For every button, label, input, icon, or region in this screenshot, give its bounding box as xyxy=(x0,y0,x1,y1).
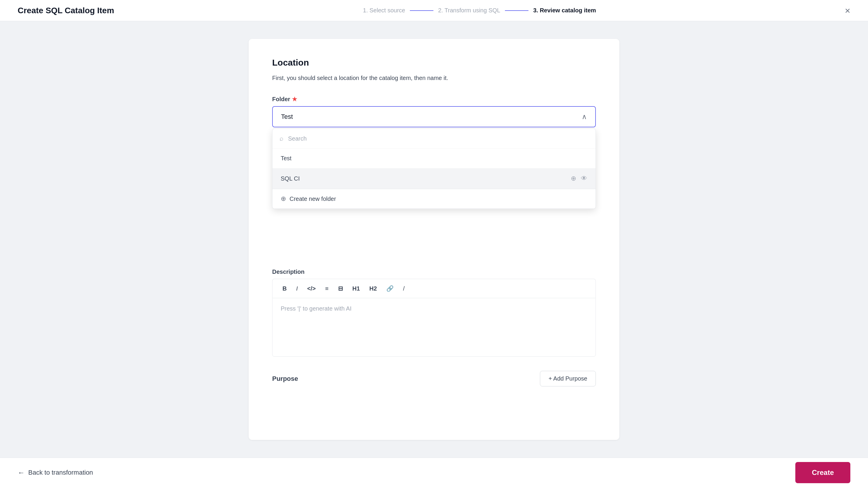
folder-select-trigger[interactable]: Test ∧ xyxy=(272,106,596,127)
rich-text-toolbar: B I </> ≡ ⊟ H1 H2 🔗 / xyxy=(272,279,596,298)
toolbar-ordered-list[interactable]: ⊟ xyxy=(334,283,347,294)
dropdown-item-actions: ⊕ 👁 xyxy=(571,175,587,182)
location-card: Location First, you should select a loca… xyxy=(249,39,619,440)
toolbar-italic[interactable]: I xyxy=(292,283,302,294)
folder-field: Folder ★ Test ∧ ⌕ Test xyxy=(272,96,596,127)
toolbar-code[interactable]: </> xyxy=(303,283,320,294)
step-3: 3. Review catalog item xyxy=(533,7,596,14)
toolbar-bold[interactable]: B xyxy=(278,283,291,294)
section-description: First, you should select a location for … xyxy=(272,75,596,82)
main-content: Location First, you should select a loca… xyxy=(0,21,868,458)
close-button[interactable]: × xyxy=(845,6,850,15)
footer: ← Back to transformation Create xyxy=(0,458,868,487)
purpose-label: Purpose xyxy=(272,375,298,383)
description-input[interactable]: Press '|' to generate with AI xyxy=(272,298,596,357)
page-title: Create SQL Catalog Item xyxy=(18,6,114,15)
stepper: 1. Select source 2. Transform using SQL … xyxy=(363,7,596,14)
section-title: Location xyxy=(272,58,596,68)
dropdown-item-test[interactable]: Test xyxy=(273,149,595,168)
description-field: Description B I </> ≡ ⊟ H1 H2 🔗 / Press … xyxy=(272,268,596,357)
chevron-up-icon: ∧ xyxy=(582,112,587,121)
toolbar-h1[interactable]: H1 xyxy=(348,283,364,294)
preview-folder-icon[interactable]: 👁 xyxy=(581,175,587,182)
search-icon: ⌕ xyxy=(280,135,283,142)
step-1: 1. Select source xyxy=(363,7,405,14)
step-2: 2. Transform using SQL xyxy=(438,7,500,14)
create-button[interactable]: Create xyxy=(795,462,850,483)
toolbar-slash[interactable]: / xyxy=(399,283,409,294)
back-to-transformation-button[interactable]: ← Back to transformation xyxy=(18,468,93,477)
required-indicator: ★ xyxy=(292,96,297,103)
folder-search-input[interactable] xyxy=(288,135,588,142)
create-new-folder-row[interactable]: ⊕ Create new folder xyxy=(273,189,595,208)
description-placeholder: Press '|' to generate with AI xyxy=(281,305,351,312)
back-button-label: Back to transformation xyxy=(28,469,93,477)
description-label: Description xyxy=(272,268,596,275)
folder-label: Folder ★ xyxy=(272,96,596,103)
folder-selected-value: Test xyxy=(281,113,293,121)
toolbar-link[interactable]: 🔗 xyxy=(382,283,398,294)
toolbar-bullet-list[interactable]: ≡ xyxy=(321,283,333,294)
purpose-row: Purpose + Add Purpose xyxy=(272,371,596,386)
step-line-2 xyxy=(505,10,528,11)
folder-dropdown: Test ∧ ⌕ Test SQL CI ⊕ xyxy=(272,106,596,127)
plus-circle-icon: ⊕ xyxy=(281,195,286,203)
dropdown-search-row: ⌕ xyxy=(273,129,595,149)
add-to-folder-icon[interactable]: ⊕ xyxy=(571,175,576,182)
back-arrow-icon: ← xyxy=(18,468,25,477)
add-purpose-button[interactable]: + Add Purpose xyxy=(540,371,596,386)
toolbar-h2[interactable]: H2 xyxy=(365,283,381,294)
dropdown-item-sqlci[interactable]: SQL CI ⊕ 👁 xyxy=(273,168,595,189)
step-line-1 xyxy=(410,10,433,11)
header: Create SQL Catalog Item 1. Select source… xyxy=(0,0,868,21)
folder-dropdown-menu: ⌕ Test SQL CI ⊕ 👁 xyxy=(272,129,596,209)
